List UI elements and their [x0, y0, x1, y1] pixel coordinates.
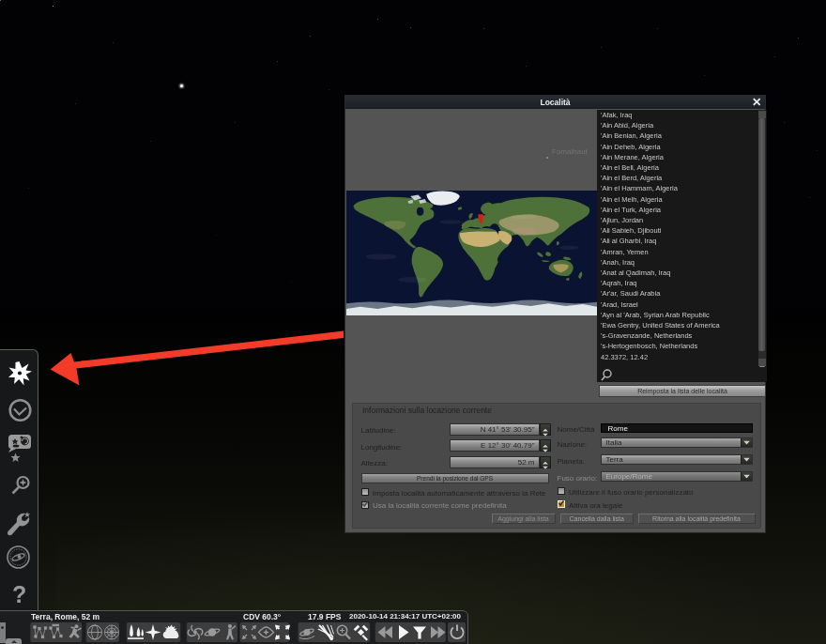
svg-text:?: ? [12, 581, 26, 607]
